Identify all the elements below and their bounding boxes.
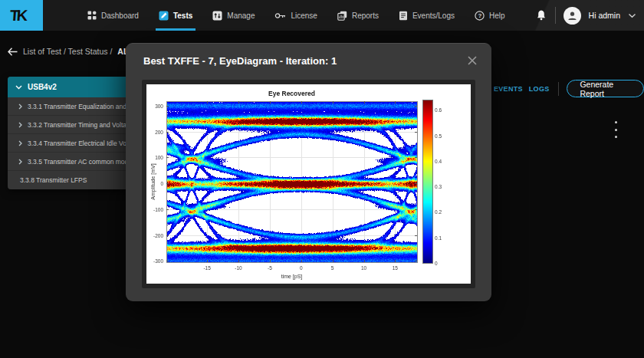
nav-item-manage[interactable]: Manage xyxy=(212,0,255,31)
close-x-icon xyxy=(467,55,478,66)
page: TK Dashboard Tests xyxy=(0,0,644,358)
x-tick-label: -10 xyxy=(235,265,242,271)
more-options-kebab-menu[interactable] xyxy=(611,121,620,138)
chevron-right-icon xyxy=(18,103,22,110)
colorbar-tick-label: 0.3 xyxy=(435,184,442,189)
help-icon: ? xyxy=(475,11,485,21)
nav-right-cluster: Hi admin xyxy=(535,0,636,31)
sidebar-item[interactable]: 3.3.5 Transmitter AC common mode xyxy=(8,153,129,171)
nav-label: License xyxy=(291,11,317,20)
sidebar-group-usb4v2[interactable]: USB4v2 xyxy=(8,77,129,97)
colorbar-tick-label: 0.4 xyxy=(435,158,442,163)
nav-label: Dashboard xyxy=(101,11,139,20)
eye-diagram-plot: Eye Recovered time [pS] Amplitude [mV] -… xyxy=(146,84,471,284)
colorbar-tick-label: 0.5 xyxy=(435,133,442,138)
plot-x-axis-label: time [pS] xyxy=(281,274,303,279)
y-tick-label: -100 xyxy=(153,206,163,212)
y-tick-label: -200 xyxy=(153,232,163,238)
nav-label: Reports xyxy=(352,11,379,20)
sidebar-item[interactable]: 3.3.2 Transmitter Timing and Voltage M. xyxy=(8,116,129,134)
x-tick-label: -5 xyxy=(268,265,272,271)
nav-item-tests[interactable]: Tests xyxy=(159,0,192,31)
colorbar-tick-label: 0.6 xyxy=(435,107,442,113)
x-tick-label: 10 xyxy=(361,265,366,271)
user-menu-chevron-down-icon[interactable] xyxy=(628,13,636,18)
svg-text:TK: TK xyxy=(9,7,28,24)
colorbar-tick-label: 0.2 xyxy=(435,209,442,215)
top-nav: TK Dashboard Tests xyxy=(0,0,644,31)
x-tick-label: 0 xyxy=(300,265,303,271)
nav-label: Manage xyxy=(227,11,255,20)
sidebar-item-label: 3.3.4 Transmitter Electrical Idle Voltag… xyxy=(28,140,129,147)
person-icon xyxy=(567,10,578,21)
license-icon xyxy=(274,11,286,20)
chevron-down-icon xyxy=(15,85,22,90)
sidebar-item-list: 3.3.1 Transmitter Equalization and Calib… xyxy=(8,97,129,189)
sidebar-item-label: 3.3.5 Transmitter AC common mode xyxy=(28,158,129,166)
sidebar-item[interactable]: 3.3.4 Transmitter Electrical Idle Voltag… xyxy=(8,134,129,153)
results-bar: EVENTS LOGS Generate Report xyxy=(494,80,644,97)
events-logs-icon xyxy=(399,11,408,21)
tektronix-logo[interactable]: TK xyxy=(0,0,43,31)
tk-logo-icon: TK xyxy=(8,5,34,25)
colorbar-tick-label: 0.1 xyxy=(435,235,442,240)
nav-item-help[interactable]: ? Help xyxy=(475,0,505,31)
sidebar-item[interactable]: 3.3.8 Transmitter LFPS xyxy=(8,171,129,189)
sidebar-item[interactable]: 3.3.1 Transmitter Equalization and Calib xyxy=(8,97,129,116)
eye-diagram-canvas xyxy=(146,84,471,284)
notifications-bell-icon[interactable] xyxy=(535,9,547,21)
nav-items: Dashboard Tests Manage xyxy=(87,0,505,31)
y-tick-label: 300 xyxy=(155,103,163,109)
generate-report-button[interactable]: Generate Report xyxy=(567,80,644,97)
dashboard-icon xyxy=(87,11,97,20)
user-greeting: Hi admin xyxy=(589,11,620,20)
plot-y-axis-label: Amplitude [mV] xyxy=(150,163,156,199)
plot-image-frame: Eye Recovered time [pS] Amplitude [mV] -… xyxy=(142,80,475,288)
sidebar-group-label: USB4v2 xyxy=(28,83,57,91)
chevron-right-icon xyxy=(18,159,22,165)
chevron-right-icon xyxy=(18,122,22,128)
sidebar-item-label: 3.3.2 Transmitter Timing and Voltage M. xyxy=(28,121,129,129)
sidebar-item-label: 3.3.8 Transmitter LFPS xyxy=(20,176,87,184)
y-tick-label: 100 xyxy=(155,155,163,160)
plot-title: Eye Recovered xyxy=(268,90,315,97)
reports-icon xyxy=(337,11,347,21)
eye-diagram-modal: Best TXFFE - 7, EyeDiagram - Iteration: … xyxy=(126,43,491,301)
x-tick-label: 5 xyxy=(331,265,334,271)
chevron-right-icon xyxy=(18,140,22,146)
nav-label: Tests xyxy=(173,11,192,20)
results-bar-divider xyxy=(558,82,559,96)
nav-label: Events/Logs xyxy=(412,11,455,20)
nav-item-license[interactable]: License xyxy=(274,0,317,31)
x-tick-label: 15 xyxy=(393,265,398,271)
test-suite-sidebar: USB4v2 3.3.1 Transmitter Equalization an… xyxy=(8,77,129,189)
back-arrow-icon[interactable] xyxy=(8,48,18,56)
sidebar-item-label: 3.3.1 Transmitter Equalization and Calib xyxy=(28,103,129,110)
y-tick-label: 200 xyxy=(155,129,163,134)
nav-item-dashboard[interactable]: Dashboard xyxy=(87,0,139,31)
modal-title: Best TXFFE - 7, EyeDiagram - Iteration: … xyxy=(143,55,337,67)
tab-events[interactable]: EVENTS xyxy=(494,85,523,93)
svg-text:?: ? xyxy=(478,12,481,19)
user-avatar[interactable] xyxy=(564,7,581,25)
manage-icon xyxy=(212,11,222,21)
nav-item-events-logs[interactable]: Events/Logs xyxy=(399,0,455,31)
x-tick-label: -15 xyxy=(203,265,210,271)
y-tick-label: 0 xyxy=(160,181,163,186)
nav-divider xyxy=(555,7,556,24)
tab-logs[interactable]: LOGS xyxy=(529,85,550,93)
tests-icon xyxy=(159,11,169,21)
modal-close-button[interactable] xyxy=(465,54,479,67)
colorbar-tick-label: 0 xyxy=(435,261,438,266)
nav-item-reports[interactable]: Reports xyxy=(337,0,379,31)
breadcrumb-path[interactable]: List of Test / Test Status / xyxy=(23,47,112,56)
y-tick-label: -300 xyxy=(153,258,163,264)
nav-label: Help xyxy=(489,11,505,20)
